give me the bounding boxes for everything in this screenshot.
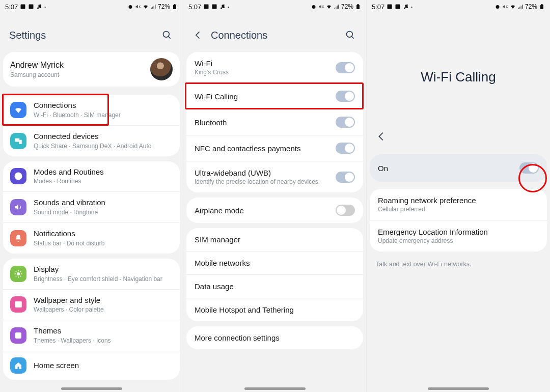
settings-row-themes[interactable]: ThemesThemes · Wallpapers · Icons bbox=[3, 320, 180, 351]
sun-icon bbox=[10, 266, 26, 282]
panel-settings: 5:07 • 72% Settings bbox=[0, 0, 183, 392]
avatar[interactable] bbox=[150, 58, 173, 80]
wc-row-roam[interactable]: Roaming network preferenceCellular prefe… bbox=[370, 189, 547, 220]
status-bar: 5:07 • 72% bbox=[183, 0, 366, 13]
row-label: Mobile networks bbox=[195, 259, 355, 267]
toggle-wificall[interactable] bbox=[336, 91, 355, 102]
svg-rect-17 bbox=[212, 5, 217, 9]
svg-rect-1 bbox=[29, 5, 34, 9]
row-sub: Cellular preferred bbox=[378, 206, 539, 213]
chevron-left-icon bbox=[376, 131, 387, 142]
search-button[interactable] bbox=[344, 29, 357, 42]
music-icon bbox=[403, 4, 409, 10]
conn-row-nfc[interactable]: NFC and contactless payments bbox=[186, 135, 363, 161]
mute-icon bbox=[502, 4, 508, 10]
wifi-icon bbox=[326, 4, 332, 10]
toggle-air[interactable] bbox=[336, 205, 355, 216]
image-icon bbox=[211, 4, 217, 10]
row-label: Wi-Fi bbox=[195, 59, 331, 68]
settings-row-connected[interactable]: Connected devicesQuick Share · Samsung D… bbox=[3, 126, 180, 156]
svg-point-7 bbox=[163, 32, 170, 38]
image-icon bbox=[387, 4, 393, 10]
account-card[interactable]: Andrew Myrick Samsung account bbox=[3, 52, 180, 87]
master-toggle[interactable] bbox=[519, 162, 539, 174]
home-icon bbox=[10, 357, 26, 374]
image-icon bbox=[10, 296, 26, 313]
conn-row-uwb[interactable]: Ultra-wideband (UWB)Identify the precise… bbox=[186, 161, 363, 192]
gesture-handle[interactable] bbox=[244, 387, 306, 390]
search-button[interactable] bbox=[160, 29, 174, 42]
image-icon bbox=[203, 4, 209, 10]
status-battery: 72% bbox=[158, 3, 170, 10]
gesture-handle[interactable] bbox=[428, 387, 489, 390]
status-bar: 5:07 • 72% bbox=[367, 0, 550, 13]
row-label: Bluetooth bbox=[195, 118, 331, 127]
toggle-nfc[interactable] bbox=[336, 143, 355, 154]
svg-point-11 bbox=[17, 272, 20, 275]
settings-row-wall[interactable]: Wallpaper and styleWallpapers · Color pa… bbox=[3, 290, 180, 321]
row-label: Wallpaper and style bbox=[34, 296, 173, 305]
alarm-icon bbox=[127, 4, 133, 10]
gesture-handle[interactable] bbox=[61, 387, 122, 390]
footnote: Talk and text over Wi-Fi networks. bbox=[367, 257, 550, 268]
battery-icon bbox=[172, 4, 178, 10]
settings-row-home[interactable]: Home screen bbox=[3, 351, 180, 380]
svg-rect-21 bbox=[356, 5, 360, 10]
wc-row-emerg[interactable]: Emergency Location InformationUpdate eme… bbox=[370, 220, 547, 251]
row-label: Mobile Hotspot and Tethering bbox=[195, 305, 355, 314]
back-button[interactable] bbox=[376, 131, 387, 142]
conn-row-sim[interactable]: SIM manager bbox=[186, 228, 363, 251]
settings-row-sound[interactable]: Sounds and vibrationSound mode · Rington… bbox=[3, 192, 180, 223]
svg-point-2 bbox=[37, 8, 39, 9]
conn-row-wificall[interactable]: Wi-Fi Calling bbox=[186, 83, 363, 109]
svg-rect-16 bbox=[204, 5, 209, 9]
settings-row-notif[interactable]: NotificationsStatus bar · Do not disturb bbox=[3, 223, 180, 254]
bell-icon bbox=[10, 230, 26, 246]
on-label: On bbox=[378, 164, 519, 173]
conn-row-bt[interactable]: Bluetooth bbox=[186, 109, 363, 135]
status-time: 5:07 bbox=[5, 3, 18, 11]
row-label: Airplane mode bbox=[195, 206, 331, 215]
conn-row-wifi[interactable]: Wi-FiKing's Cross bbox=[186, 52, 363, 83]
row-label: Connected devices bbox=[34, 132, 173, 142]
status-battery: 72% bbox=[341, 3, 353, 10]
row-label: Data usage bbox=[195, 282, 355, 291]
status-battery: 72% bbox=[525, 3, 537, 10]
row-label: Home screen bbox=[34, 361, 173, 371]
settings-row-modes[interactable]: Modes and RoutinesModes · Routines bbox=[3, 161, 180, 192]
conn-row-air[interactable]: Airplane mode bbox=[186, 198, 363, 223]
wifi-icon bbox=[143, 4, 149, 10]
row-sub: Wallpapers · Color palette bbox=[34, 306, 173, 314]
conn-row-hot[interactable]: Mobile Hotspot and Tethering bbox=[186, 298, 363, 321]
alarm-icon bbox=[494, 4, 501, 10]
master-toggle-row[interactable]: On bbox=[370, 154, 547, 182]
svg-rect-24 bbox=[388, 5, 392, 9]
row-sub: Quick Share · Samsung DeX · Android Auto bbox=[34, 143, 173, 150]
toggle-bt[interactable] bbox=[336, 117, 355, 128]
row-label: Ultra-wideband (UWB) bbox=[195, 169, 331, 177]
back-button[interactable] bbox=[193, 30, 204, 41]
devices-icon bbox=[10, 133, 26, 149]
row-sub: Update emergency address bbox=[378, 237, 539, 244]
conn-row-more[interactable]: More connection settings bbox=[186, 326, 363, 349]
svg-point-4 bbox=[128, 5, 132, 9]
status-time: 5:07 bbox=[372, 3, 384, 11]
conn-row-data[interactable]: Data usage bbox=[186, 275, 363, 298]
svg-rect-9 bbox=[19, 139, 22, 144]
toggle-wifi[interactable] bbox=[336, 62, 355, 73]
row-label: SIM manager bbox=[195, 235, 355, 244]
row-sub: Sound mode · Ringtone bbox=[34, 209, 173, 216]
settings-row-display[interactable]: DisplayBrightness · Eye comfort shield ·… bbox=[3, 259, 180, 290]
page-big-title: Wi-Fi Calling bbox=[367, 69, 550, 85]
check-icon bbox=[10, 168, 26, 184]
theme-icon bbox=[10, 327, 26, 344]
svg-point-3 bbox=[40, 7, 41, 8]
conn-row-mob[interactable]: Mobile networks bbox=[186, 251, 363, 275]
toggle-uwb[interactable] bbox=[336, 172, 355, 183]
image-icon bbox=[395, 4, 401, 10]
search-icon bbox=[162, 30, 172, 40]
music-icon bbox=[36, 4, 42, 10]
settings-row-connections[interactable]: ConnectionsWi-Fi · Bluetooth · SIM manag… bbox=[3, 95, 180, 126]
svg-point-19 bbox=[223, 7, 225, 8]
mute-icon bbox=[318, 4, 324, 10]
